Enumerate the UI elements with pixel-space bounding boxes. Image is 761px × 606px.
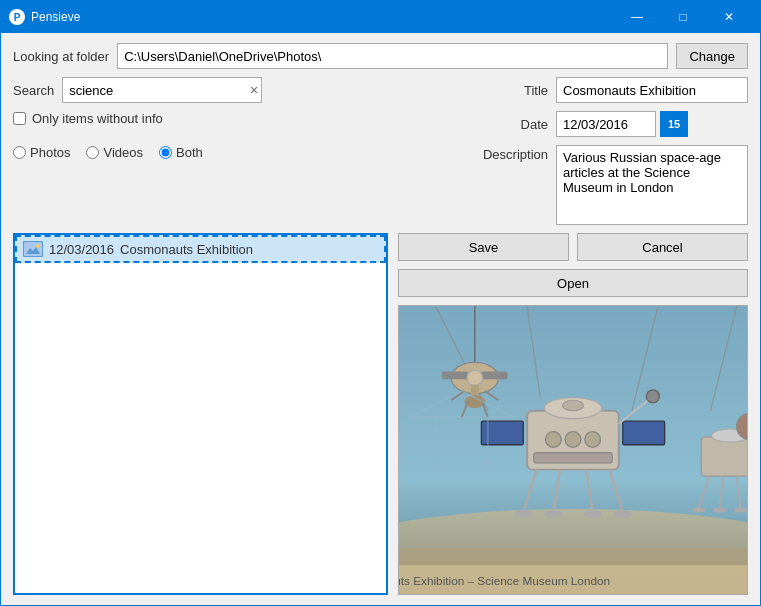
window-controls: — □ ✕: [614, 1, 752, 33]
title-input[interactable]: [556, 77, 748, 103]
title-bar: P Pensieve — □ ✕: [1, 1, 760, 33]
search-label: Search: [13, 83, 54, 98]
svg-point-26: [563, 400, 584, 410]
only-without-info-row: Only items without info: [13, 111, 163, 126]
folder-input[interactable]: [117, 43, 668, 69]
checkbox-date-row: Only items without info Date 15: [13, 111, 748, 137]
svg-point-38: [646, 390, 659, 403]
item-thumbnail-icon: [23, 241, 43, 257]
save-cancel-row: Save Cancel: [398, 233, 748, 261]
date-input[interactable]: [556, 111, 656, 137]
videos-radio[interactable]: [86, 146, 99, 159]
window-title: Pensieve: [31, 10, 614, 24]
svg-point-34: [544, 510, 562, 518]
search-input[interactable]: [62, 77, 262, 103]
svg-point-36: [614, 510, 632, 518]
svg-point-33: [514, 510, 532, 518]
description-input[interactable]: [556, 145, 748, 225]
date-row: 15: [556, 111, 688, 137]
svg-rect-42: [534, 453, 613, 463]
svg-rect-43: [701, 437, 747, 476]
cancel-button[interactable]: Cancel: [577, 233, 748, 261]
description-section: Description: [468, 145, 748, 225]
list-item[interactable]: 12/03/2016 Cosmonauts Exhibition: [15, 235, 386, 263]
videos-radio-item: Videos: [86, 145, 143, 160]
app-window: P Pensieve — □ ✕ Looking at folder Chang…: [0, 0, 761, 606]
svg-rect-28: [623, 421, 665, 445]
date-section: Date 15: [468, 111, 748, 137]
svg-point-17: [467, 370, 483, 386]
left-panel: 12/03/2016 Cosmonauts Exhibition: [13, 233, 388, 595]
clear-search-button[interactable]: ×: [250, 83, 258, 97]
title-label: Title: [468, 83, 548, 98]
svg-point-3: [36, 244, 40, 248]
only-without-info-label[interactable]: Only items without info: [32, 111, 163, 126]
svg-point-51: [713, 508, 726, 513]
svg-rect-15: [442, 371, 468, 379]
videos-label[interactable]: Videos: [103, 145, 143, 160]
minimize-button[interactable]: —: [614, 1, 660, 33]
photos-label[interactable]: Photos: [30, 145, 70, 160]
title-section: Title: [468, 77, 748, 103]
open-button[interactable]: Open: [398, 269, 748, 297]
svg-point-40: [565, 432, 581, 448]
results-list: 12/03/2016 Cosmonauts Exhibition: [13, 233, 388, 595]
maximize-button[interactable]: □: [660, 1, 706, 33]
filter-radio-group: Photos Videos Both: [13, 145, 203, 160]
preview-image: Cosmonauts Exhibition – Science Museum L…: [399, 306, 747, 594]
photo-preview: Cosmonauts Exhibition – Science Museum L…: [398, 305, 748, 595]
change-button[interactable]: Change: [676, 43, 748, 69]
search-input-wrap: ×: [62, 77, 262, 103]
main-content: Looking at folder Change Search × Title: [1, 33, 760, 605]
both-label[interactable]: Both: [176, 145, 203, 160]
folder-label: Looking at folder: [13, 49, 109, 64]
svg-point-39: [546, 432, 562, 448]
folder-row: Looking at folder Change: [13, 43, 748, 69]
main-area: 12/03/2016 Cosmonauts Exhibition Save Ca…: [13, 233, 748, 595]
search-section: Search ×: [13, 77, 262, 103]
description-label: Description: [468, 145, 548, 162]
both-radio-item: Both: [159, 145, 203, 160]
svg-point-50: [692, 508, 705, 513]
date-label: Date: [468, 117, 548, 132]
photos-radio[interactable]: [13, 146, 26, 159]
svg-point-41: [585, 432, 601, 448]
search-title-row: Search × Title: [13, 77, 748, 103]
close-button[interactable]: ✕: [706, 1, 752, 33]
item-date: 12/03/2016: [49, 242, 114, 257]
svg-rect-16: [481, 371, 507, 379]
photos-radio-item: Photos: [13, 145, 70, 160]
right-panel: Save Cancel Open: [398, 233, 748, 595]
radio-desc-row: Photos Videos Both Description: [13, 145, 748, 225]
app-icon: P: [9, 9, 25, 25]
save-button[interactable]: Save: [398, 233, 569, 261]
item-name: Cosmonauts Exhibition: [120, 242, 253, 257]
svg-point-52: [734, 508, 747, 513]
calendar-button[interactable]: 15: [660, 111, 688, 137]
svg-point-35: [583, 510, 601, 518]
only-without-info-checkbox[interactable]: [13, 112, 26, 125]
svg-text:Cosmonauts Exhibition – Scienc: Cosmonauts Exhibition – Science Museum L…: [399, 574, 610, 587]
both-radio[interactable]: [159, 146, 172, 159]
